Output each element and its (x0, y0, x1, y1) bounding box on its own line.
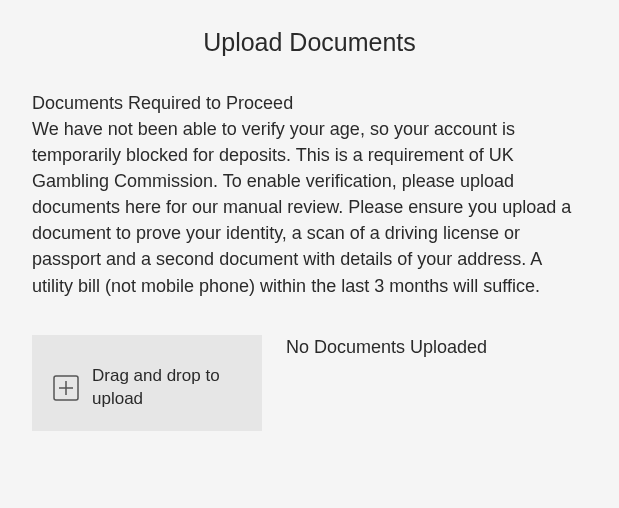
upload-dropzone[interactable]: Drag and drop to upload (32, 335, 262, 431)
required-subtitle: Documents Required to Proceed (32, 93, 587, 114)
plus-icon (52, 374, 80, 402)
upload-section: Drag and drop to upload No Documents Upl… (32, 335, 587, 431)
dropzone-label: Drag and drop to upload (92, 365, 242, 411)
description-text: We have not been able to verify your age… (32, 116, 587, 299)
page-title: Upload Documents (32, 28, 587, 57)
upload-status: No Documents Uploaded (286, 335, 487, 358)
